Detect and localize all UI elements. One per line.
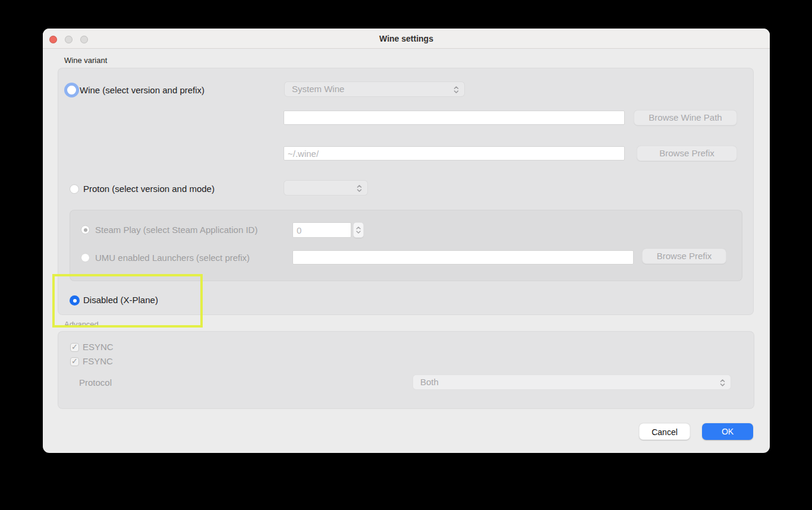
advanced-groupbox [58, 331, 754, 409]
proton-radio-label[interactable]: Proton (select version and mode) [83, 184, 215, 194]
proton-version-select[interactable] [284, 180, 368, 196]
esync-checkbox [70, 343, 79, 352]
wine-prefix-input[interactable] [284, 146, 625, 160]
browse-prefix-button[interactable]: Browse Prefix [637, 146, 737, 161]
chevron-updown-icon [356, 183, 363, 196]
disabled-xplane-radio[interactable] [70, 295, 80, 306]
wine-radio-label[interactable]: Wine (select version and prefix) [80, 85, 204, 96]
chevron-updown-icon [719, 377, 726, 390]
browse-wine-path-button[interactable]: Browse Wine Path [634, 110, 737, 125]
wine-settings-dialog: Wine settings Wine variant Wine (select … [43, 29, 770, 453]
umu-browse-prefix-button[interactable]: Browse Prefix [642, 248, 726, 264]
wine-path-input[interactable] [284, 111, 625, 125]
cancel-button[interactable]: Cancel [639, 423, 690, 440]
steam-app-id-input[interactable] [292, 222, 351, 238]
protocol-select: Both [413, 374, 731, 390]
wine-version-select-value: System Wine [292, 84, 344, 94]
proton-radio[interactable] [70, 184, 79, 194]
fsync-checkbox-label: FSYNC [83, 356, 113, 367]
steam-play-radio [81, 225, 90, 234]
wine-variant-section-label: Wine variant [64, 56, 107, 65]
ok-button[interactable]: OK [702, 423, 753, 440]
wine-radio[interactable] [64, 83, 79, 97]
stepper-updown-icon [355, 225, 362, 235]
advanced-section-label: Advanced [64, 320, 99, 329]
wine-version-select[interactable]: System Wine [284, 81, 465, 97]
steam-app-id-stepper[interactable] [353, 222, 364, 238]
protocol-select-value: Both [420, 377, 439, 387]
chevron-updown-icon [453, 84, 459, 97]
titlebar: Wine settings [43, 29, 770, 49]
window-title: Wine settings [43, 29, 770, 49]
fsync-checkbox [70, 357, 79, 366]
disabled-xplane-radio-label[interactable]: Disabled (X-Plane) [83, 295, 158, 306]
umu-prefix-input[interactable] [292, 250, 634, 265]
umu-radio [81, 253, 90, 262]
umu-radio-label: UMU enabled Launchers (select prefix) [95, 253, 250, 263]
protocol-label: Protocol [79, 377, 112, 388]
steam-play-radio-label: Steam Play (select Steam Application ID) [95, 225, 257, 235]
proton-mode-groupbox [70, 210, 742, 281]
esync-checkbox-label: ESYNC [83, 342, 114, 352]
